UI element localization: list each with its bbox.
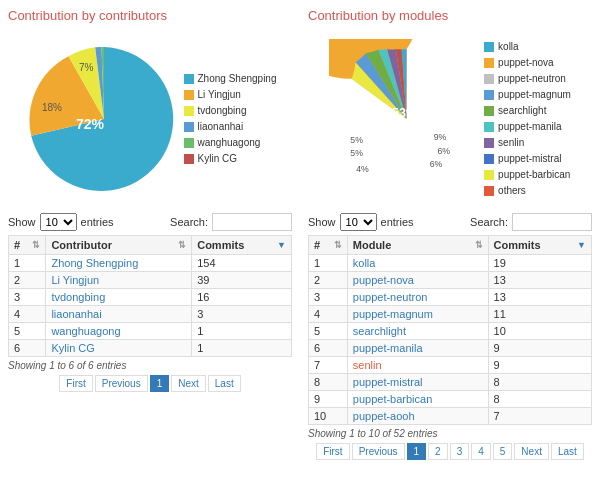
page-btn[interactable]: First: [59, 375, 92, 392]
right-pie-chart: 53% 9% 6% 6% 4% 5% 5%: [329, 39, 484, 199]
table-row: 5 searchlight 10: [309, 323, 592, 340]
legend-item-5: wanghuagong: [184, 135, 277, 151]
col-contributor: Contributor⇅: [46, 236, 192, 255]
right-show-label: Show: [308, 216, 336, 228]
left-legend: Zhong Shengping Li Yingjun tvdongbing li…: [184, 71, 277, 167]
col-commits-left: Commits▼: [192, 236, 292, 255]
page-btn[interactable]: Previous: [352, 443, 405, 460]
legend-color-5: [184, 138, 194, 148]
table-row: 6 puppet-manila 9: [309, 340, 592, 357]
table-row: 9 puppet-barbican 8: [309, 391, 592, 408]
page-btn[interactable]: Next: [514, 443, 549, 460]
legend-item-4: liaonanhai: [184, 119, 277, 135]
page-btn[interactable]: 5: [493, 443, 513, 460]
page-btn[interactable]: 2: [428, 443, 448, 460]
table-row: 1 kolla 19: [309, 255, 592, 272]
left-entries-label: entries: [81, 216, 114, 228]
right-col-commits: Commits▼: [488, 236, 591, 255]
legend-item-6: Kylin CG: [184, 151, 277, 167]
right-search-label: Search:: [470, 216, 508, 228]
right-entries-label: entries: [381, 216, 414, 228]
table-row: 3 tvdongbing 16: [9, 289, 292, 306]
right-label-53: 53%: [392, 106, 417, 120]
right-pagination: FirstPrevious12345NextLast: [308, 443, 592, 460]
left-table: #⇅ Contributor⇅ Commits▼ 1 Zhong Shengpi…: [8, 235, 292, 357]
legend-item-3: tvdongbing: [184, 103, 277, 119]
table-row: 10 puppet-aooh 7: [309, 408, 592, 425]
left-controls: Show 10 entries Search:: [8, 213, 292, 231]
table-row: 2 puppet-nova 13: [309, 272, 592, 289]
col-num: #⇅: [9, 236, 46, 255]
table-row: 8 puppet-mistral 8: [309, 374, 592, 391]
left-showing: Showing 1 to 6 of 6 entries: [8, 360, 292, 371]
legend-color-1: [184, 74, 194, 84]
table-row: 3 puppet-neutron 13: [309, 289, 592, 306]
table-row: 6 Kylin CG 1: [9, 340, 292, 357]
right-label-5a: 5%: [350, 148, 363, 158]
right-search-input[interactable]: [512, 213, 592, 231]
page-btn[interactable]: Last: [208, 375, 241, 392]
table-row: 4 puppet-magnum 11: [309, 306, 592, 323]
legend-color-4: [184, 122, 194, 132]
right-chart-area: 53% 9% 6% 6% 4% 5% 5% kolla puppet-nova …: [308, 29, 592, 209]
left-label-7: 7%: [79, 62, 94, 73]
page-btn[interactable]: 3: [450, 443, 470, 460]
left-search-input[interactable]: [212, 213, 292, 231]
left-pagination: FirstPrevious1NextLast: [8, 375, 292, 392]
right-panel: Contribution by modules: [300, 0, 600, 468]
page-btn[interactable]: 4: [471, 443, 491, 460]
right-controls: Show 10 entries Search:: [308, 213, 592, 231]
table-row: 1 Zhong Shengping 154: [9, 255, 292, 272]
left-label-72: 72%: [76, 116, 105, 132]
right-label-5b: 5%: [350, 135, 363, 145]
table-row: 5 wanghuagong 1: [9, 323, 292, 340]
right-legend: kolla puppet-nova puppet-neutron puppet-…: [484, 39, 571, 199]
page-btn[interactable]: Next: [171, 375, 206, 392]
page-btn[interactable]: Previous: [95, 375, 148, 392]
right-title: Contribution by modules: [308, 8, 592, 23]
page-btn[interactable]: First: [316, 443, 349, 460]
left-panel: Contribution by contributors 72% 18% 7% …: [0, 0, 300, 468]
page-btn[interactable]: 1: [407, 443, 427, 460]
right-table: #⇅ Module⇅ Commits▼ 1 kolla 19 2 puppet-…: [308, 235, 592, 425]
legend-item-2: Li Yingjun: [184, 87, 277, 103]
left-pie-chart: 72% 18% 7%: [24, 39, 184, 199]
right-label-9: 9%: [434, 132, 447, 142]
left-search-label: Search:: [170, 216, 208, 228]
legend-item-1: Zhong Shengping: [184, 71, 277, 87]
left-chart-area: 72% 18% 7% Zhong Shengping Li Yingjun tv…: [8, 29, 292, 209]
table-row: 7 senlin 9: [309, 357, 592, 374]
legend-color-6: [184, 154, 194, 164]
table-row: 2 Li Yingjun 39: [9, 272, 292, 289]
legend-color-3: [184, 106, 194, 116]
right-label-4: 4%: [356, 164, 369, 174]
left-title: Contribution by contributors: [8, 8, 292, 23]
right-label-6b: 6%: [430, 159, 443, 169]
right-show-select[interactable]: 10: [340, 213, 377, 231]
left-show-select[interactable]: 10: [40, 213, 77, 231]
right-col-num: #⇅: [309, 236, 348, 255]
legend-color-2: [184, 90, 194, 100]
left-show-label: Show: [8, 216, 36, 228]
right-col-module: Module⇅: [347, 236, 488, 255]
right-label-6a: 6%: [438, 146, 451, 156]
table-row: 4 liaonanhai 3: [9, 306, 292, 323]
right-showing: Showing 1 to 10 of 52 entries: [308, 428, 592, 439]
page-btn[interactable]: Last: [551, 443, 584, 460]
page-btn[interactable]: 1: [150, 375, 170, 392]
left-label-18: 18%: [42, 102, 62, 113]
